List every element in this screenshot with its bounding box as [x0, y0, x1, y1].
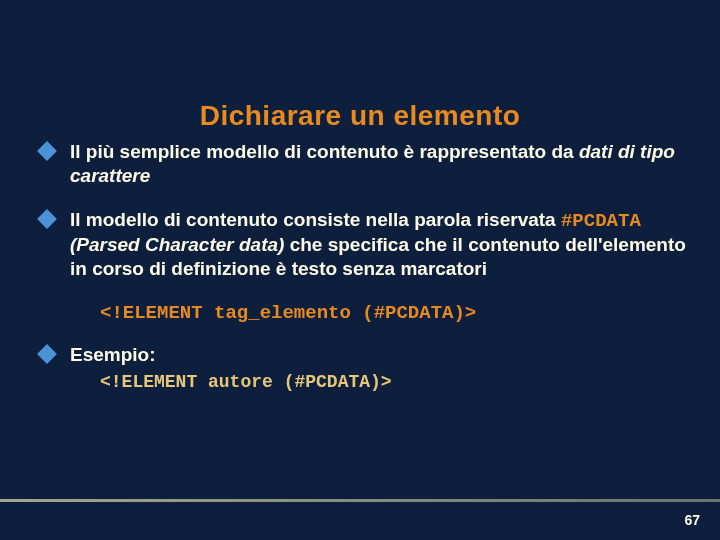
diamond-icon [37, 345, 57, 365]
bullet-list-2: Esempio: <!ELEMENT autore (#PCDATA)> [40, 343, 688, 393]
diamond-icon [37, 209, 57, 229]
example-code: <!ELEMENT autore (#PCDATA)> [100, 371, 688, 394]
footer-divider [0, 499, 720, 502]
slide: Dichiarare un elemento Il più semplice m… [0, 0, 720, 540]
bullet-2-prefix: Il modello di contenuto consiste nella p… [70, 209, 561, 230]
bullet-1-prefix: Il più semplice modello di contenuto è r… [70, 141, 579, 162]
slide-title: Dichiarare un elemento [0, 0, 720, 140]
bullet-2-paren: (Parsed Character data) [70, 234, 284, 255]
example-label: Esempio: [70, 344, 156, 365]
diamond-icon [37, 141, 57, 161]
syntax-code: <!ELEMENT tag_elemento (#PCDATA)> [100, 301, 688, 326]
bullet-2-keyword: #PCDATA [561, 210, 641, 232]
bullet-item-1: Il più semplice modello di contenuto è r… [40, 140, 688, 188]
bullet-list: Il più semplice modello di contenuto è r… [40, 140, 688, 281]
bullet-item-2: Il modello di contenuto consiste nella p… [40, 208, 688, 281]
bullet-item-example: Esempio: <!ELEMENT autore (#PCDATA)> [40, 343, 688, 393]
slide-content: Il più semplice modello di contenuto è r… [0, 140, 720, 394]
page-number: 67 [684, 512, 700, 528]
